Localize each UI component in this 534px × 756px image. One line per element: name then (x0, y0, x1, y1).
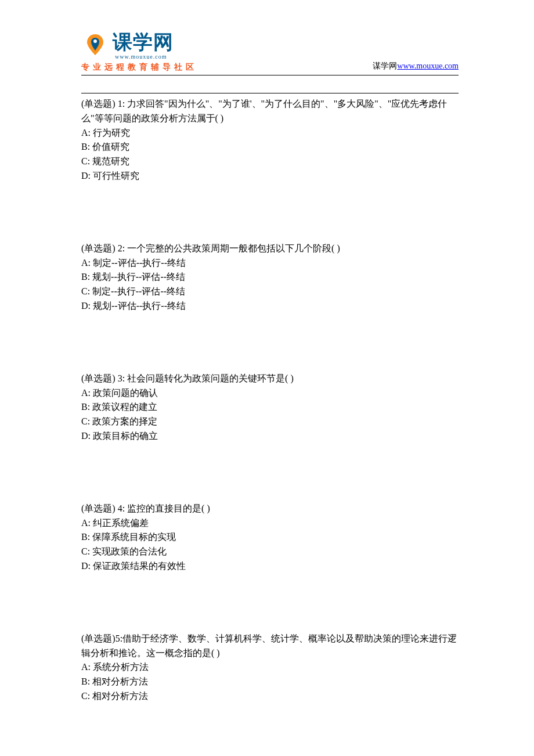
question-stem: (单选题) 1: 力求回答"因为什么"、"为了谁'、"为了什么目的"、"多大风险… (81, 97, 459, 126)
option: D: 政策目标的确立 (81, 429, 459, 444)
logo-tagline: 专业远程教育辅导社区 (81, 62, 197, 73)
option: D: 规划--评估--执行--终结 (81, 299, 459, 314)
option: A: 制定--评估--执行--终结 (81, 256, 459, 271)
option: B: 价值研究 (81, 140, 459, 154)
option: C: 相对分析方法 (81, 689, 459, 704)
logo-sub-text: www.mouxue.com (115, 53, 174, 60)
option: C: 实现政策的合法化 (81, 545, 459, 559)
svg-point-0 (93, 39, 97, 43)
page-container: 课学网 www.mouxue.com 专业远程教育辅导社区 谋学网www.mou… (0, 0, 534, 704)
site-label: 谋学网 (373, 62, 397, 70)
question-2: (单选题) 2: 一个完整的公共政策周期一般都包括以下几个阶段( ) A: 制定… (81, 242, 459, 314)
option: B: 政策议程的建立 (81, 400, 459, 415)
option: A: 系统分析方法 (81, 660, 459, 675)
option: B: 保障系统目标的实现 (81, 530, 459, 545)
option: C: 政策方案的择定 (81, 415, 459, 429)
page-header: 课学网 www.mouxue.com 专业远程教育辅导社区 谋学网www.mou… (81, 29, 459, 75)
logo-main-text: 课学网 (113, 29, 174, 56)
option: D: 可行性研究 (81, 169, 459, 183)
header-site-link: 谋学网www.mouxue.com (373, 61, 459, 73)
site-url-link[interactable]: www.mouxue.com (397, 62, 459, 70)
option: C: 制定--执行--评估--终结 (81, 285, 459, 299)
question-3: (单选题) 3: 社会问题转化为政策问题的关键环节是( ) A: 政策问题的确认… (81, 372, 459, 444)
logo-top-row: 课学网 www.mouxue.com (81, 29, 197, 60)
option: D: 保证政策结果的有效性 (81, 559, 459, 574)
question-stem: (单选题) 2: 一个完整的公共政策周期一般都包括以下几个阶段( ) (81, 242, 459, 256)
question-stem: (单选题) 4: 监控的直接目的是( ) (81, 502, 459, 516)
option: B: 规划--执行--评估--终结 (81, 270, 459, 285)
logo-icon (81, 32, 109, 57)
question-4: (单选题) 4: 监控的直接目的是( ) A: 纠正系统偏差 B: 保障系统目标… (81, 502, 459, 574)
option: B: 相对分析方法 (81, 675, 459, 689)
question-stem: (单选题)5:借助于经济学、数学、计算机科学、统计学、概率论以及帮助决策的理论来… (81, 632, 459, 661)
question-stem: (单选题) 3: 社会问题转化为政策问题的关键环节是( ) (81, 372, 459, 386)
option: C: 规范研究 (81, 154, 459, 169)
option: A: 纠正系统偏差 (81, 516, 459, 531)
question-1: (单选题) 1: 力求回答"因为什么"、"为了谁'、"为了什么目的"、"多大风险… (81, 97, 459, 183)
option: A: 政策问题的确认 (81, 386, 459, 401)
option: A: 行为研究 (81, 126, 459, 141)
content-area: (单选题) 1: 力求回答"因为什么"、"为了谁'、"为了什么目的"、"多大风险… (81, 93, 459, 704)
question-5: (单选题)5:借助于经济学、数学、计算机科学、统计学、概率论以及帮助决策的理论来… (81, 632, 459, 704)
logo-block: 课学网 www.mouxue.com 专业远程教育辅导社区 (81, 29, 197, 73)
logo-text-wrap: 课学网 www.mouxue.com (113, 29, 174, 60)
